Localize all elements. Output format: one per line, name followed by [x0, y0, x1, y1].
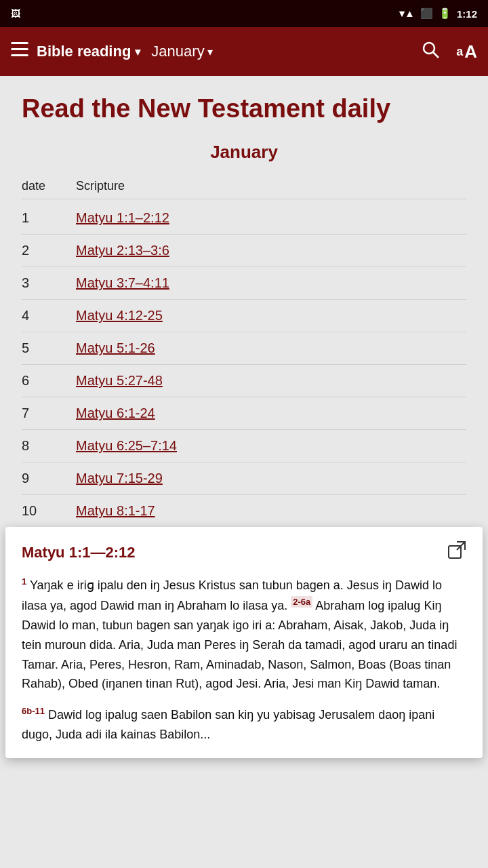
verse-num-1: 1 — [22, 576, 26, 587]
battery-icon: 🔋 — [439, 7, 451, 20]
nav-bar: Bible reading ▾ January ▾ aA — [0, 27, 488, 76]
month-dropdown-arrow: ▾ — [207, 45, 213, 58]
row-scripture-8[interactable]: Matyu 6:25–7:14 — [76, 438, 177, 454]
month-heading: January — [22, 142, 466, 163]
popup-title-row: Matyu 1:1—2:12 — [22, 540, 466, 564]
col-header-scripture: Scripture — [76, 179, 125, 193]
row-day-6: 6 — [22, 373, 76, 389]
search-button[interactable] — [421, 40, 440, 64]
reading-row[interactable]: 10 Matyu 8:1-17 — [22, 495, 466, 527]
row-scripture-1[interactable]: Matyu 1:1–2:12 — [76, 210, 169, 226]
table-header: date Scripture — [22, 174, 466, 199]
reading-row[interactable]: 5 Matyu 5:1-26 — [22, 332, 466, 365]
svg-rect-2 — [11, 54, 28, 56]
row-day-7: 7 — [22, 406, 76, 421]
reading-row[interactable]: 2 Matyu 2:13–3:6 — [22, 235, 466, 267]
status-right: ▾▲ ⬛ 🔋 1:12 — [399, 7, 477, 20]
popup-card: Matyu 1:1—2:12 1 Yaŋak e iriɡ ipalu den … — [5, 527, 483, 757]
reading-row[interactable]: 1 Matyu 1:1–2:12 — [22, 202, 466, 235]
readings-list: 1 Matyu 1:1–2:12 2 Matyu 2:13–3:6 3 Maty… — [22, 202, 466, 527]
font-size-button[interactable]: aA — [456, 41, 477, 62]
verse-ref-2-6a: 2-6a — [291, 596, 312, 608]
bible-reading-label: Bible reading — [37, 43, 131, 60]
bible-reading-dropdown[interactable]: Bible reading ▾ — [37, 43, 140, 60]
photo-icon: 🖼 — [11, 8, 20, 19]
col-header-date: date — [22, 179, 76, 193]
reading-row[interactable]: 7 Matyu 6:1-24 — [22, 397, 466, 430]
wifi-icon: ▾▲ — [399, 7, 415, 20]
row-scripture-5[interactable]: Matyu 5:1-26 — [76, 340, 155, 356]
row-scripture-3[interactable]: Matyu 3:7–4:11 — [76, 275, 169, 291]
verse-ref-6b-11: 6b-11 — [22, 706, 45, 716]
reading-row[interactable]: 4 Matyu 4:12-25 — [22, 300, 466, 332]
menu-button[interactable] — [11, 42, 28, 61]
signal-icon: ⬛ — [420, 7, 433, 20]
row-scripture-4[interactable]: Matyu 4:12-25 — [76, 308, 163, 323]
row-scripture-6[interactable]: Matyu 5:27-48 — [76, 373, 163, 389]
time-display: 1:12 — [457, 8, 477, 20]
row-scripture-2[interactable]: Matyu 2:13–3:6 — [76, 243, 169, 258]
external-link-button[interactable] — [447, 540, 466, 564]
status-left: 🖼 — [11, 8, 20, 19]
row-day-4: 4 — [22, 308, 76, 323]
page-heading: Read the New Testament daily — [22, 92, 466, 125]
row-day-9: 9 — [22, 471, 76, 486]
row-day-5: 5 — [22, 340, 76, 356]
status-bar: 🖼 ▾▲ ⬛ 🔋 1:12 — [0, 0, 488, 27]
row-day-1: 1 — [22, 210, 76, 226]
row-day-8: 8 — [22, 438, 76, 454]
bible-reading-dropdown-arrow: ▾ — [135, 45, 140, 58]
row-day-3: 3 — [22, 275, 76, 291]
month-label: January — [151, 43, 204, 60]
popup-text3: Dawid log ipalug saen Babilon san kiŋ yu… — [22, 708, 434, 741]
svg-rect-0 — [11, 42, 28, 44]
popup-title: Matyu 1:1—2:12 — [22, 544, 136, 561]
svg-point-3 — [424, 43, 434, 54]
row-day-10: 10 — [22, 503, 76, 519]
row-scripture-7[interactable]: Matyu 6:1-24 — [76, 406, 155, 421]
popup-body: 1 Yaŋak e iriɡ ipalu den iŋ Jesus Kristu… — [22, 575, 466, 744]
reading-row[interactable]: 6 Matyu 5:27-48 — [22, 365, 466, 397]
row-scripture-10[interactable]: Matyu 8:1-17 — [76, 503, 155, 519]
row-scripture-9[interactable]: Matyu 7:15-29 — [76, 471, 163, 486]
svg-rect-1 — [11, 48, 28, 50]
reading-row[interactable]: 8 Matyu 6:25–7:14 — [22, 430, 466, 462]
svg-line-4 — [433, 52, 439, 58]
popup-text2: Abraham log ipalug Kiŋ Dawid lo man, tub… — [22, 599, 457, 690]
main-content: Read the New Testament daily January dat… — [0, 76, 488, 527]
row-day-2: 2 — [22, 243, 76, 258]
reading-row[interactable]: 9 Matyu 7:15-29 — [22, 462, 466, 495]
reading-row[interactable]: 3 Matyu 3:7–4:11 — [22, 267, 466, 300]
month-dropdown[interactable]: January ▾ — [151, 43, 212, 60]
